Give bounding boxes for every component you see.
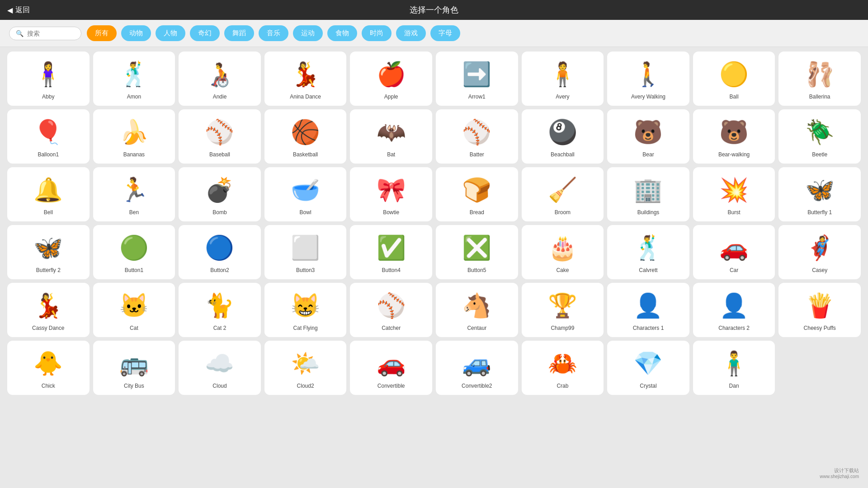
search-input[interactable] bbox=[27, 30, 75, 37]
sprite-label: Centaur bbox=[467, 325, 486, 331]
sprite-card[interactable]: 🐴Centaur bbox=[436, 283, 518, 337]
sprite-image: 🦋 bbox=[32, 232, 65, 264]
sprite-card[interactable]: 🦀Crab bbox=[522, 341, 604, 395]
sprite-card[interactable]: 🍞Bread bbox=[436, 167, 518, 221]
sprite-image: 💃 bbox=[32, 290, 65, 322]
sprite-label: Button2 bbox=[210, 267, 229, 273]
filter-btn-fantasy[interactable]: 奇幻 bbox=[190, 25, 220, 41]
sprite-card[interactable]: ❎Button5 bbox=[436, 225, 518, 279]
filter-btn-games[interactable]: 游戏 bbox=[396, 25, 426, 41]
filter-btn-dance[interactable]: 舞蹈 bbox=[224, 25, 254, 41]
sprite-card[interactable]: 🐈Cat 2 bbox=[179, 283, 261, 337]
sprite-card[interactable]: 🔵Button2 bbox=[179, 225, 261, 279]
sprite-card[interactable]: 🦋Butterfly 2 bbox=[7, 225, 90, 279]
sprite-card[interactable]: 🍌Bananas bbox=[93, 109, 175, 164]
sprite-card[interactable]: 🧑‍🦽Andie bbox=[179, 52, 261, 106]
sprite-card[interactable]: 👤Characters 1 bbox=[607, 283, 689, 337]
sprite-card[interactable]: 🟢Button1 bbox=[93, 225, 175, 279]
sprite-card[interactable]: 🦋Butterfly 1 bbox=[778, 167, 861, 221]
sprite-image: 🦸 bbox=[803, 232, 836, 264]
sprite-card[interactable]: 🚌City Bus bbox=[93, 341, 175, 395]
sprite-card[interactable]: 🎈Balloon1 bbox=[7, 109, 90, 164]
sprite-card[interactable]: 🪲Beetle bbox=[778, 109, 861, 164]
sprite-card[interactable]: ➡️Arrow1 bbox=[436, 52, 518, 106]
filter-btn-music[interactable]: 音乐 bbox=[259, 25, 288, 41]
sprite-card[interactable]: 💥Burst bbox=[693, 167, 775, 221]
sprite-image: 🎀 bbox=[375, 174, 407, 206]
sprite-image: 🧑‍🦽 bbox=[203, 58, 236, 91]
sprite-card[interactable]: 💃Cassy Dance bbox=[7, 283, 90, 337]
sprite-card[interactable]: 🍟Cheesy Puffs bbox=[778, 283, 861, 337]
sprite-card[interactable]: 🚗Car bbox=[693, 225, 775, 279]
back-button[interactable]: ◀ 返回 bbox=[7, 5, 30, 15]
filter-buttons: 所有动物人物奇幻舞蹈音乐运动食物时尚游戏字母 bbox=[87, 25, 460, 41]
sprite-card[interactable]: ⚾Batter bbox=[436, 109, 518, 164]
sprite-image: 🟢 bbox=[118, 232, 150, 264]
sprite-card[interactable]: 😸Cat Flying bbox=[264, 283, 347, 337]
sprite-label: Arrow1 bbox=[468, 94, 486, 100]
sprite-card[interactable]: 🔔Bell bbox=[7, 167, 90, 221]
sprite-label: Balloon1 bbox=[38, 151, 59, 158]
sprite-card[interactable]: 🐻Bear bbox=[607, 109, 689, 164]
filter-btn-all[interactable]: 所有 bbox=[87, 25, 117, 41]
sprite-card[interactable]: ⚾Catcher bbox=[350, 283, 432, 337]
sprite-label: Bell bbox=[44, 209, 53, 216]
sprite-card[interactable]: 🎀Bowtie bbox=[350, 167, 432, 221]
sprite-label: Beetle bbox=[812, 151, 827, 158]
sprite-card[interactable]: 💃Anina Dance bbox=[264, 52, 347, 106]
sprite-card[interactable]: 🐻Bear-walking bbox=[693, 109, 775, 164]
sprite-label: Bear bbox=[642, 151, 654, 158]
sprite-label: Bananas bbox=[123, 151, 145, 158]
sprite-card[interactable]: 🌤️Cloud2 bbox=[264, 341, 347, 395]
sprite-label: Ben bbox=[129, 209, 139, 216]
filter-btn-sports[interactable]: 运动 bbox=[293, 25, 323, 41]
sprite-card[interactable]: 🐱Cat bbox=[93, 283, 175, 337]
sprite-label: Cheesy Puffs bbox=[804, 325, 836, 331]
filter-btn-people[interactable]: 人物 bbox=[156, 25, 185, 41]
sprite-card[interactable]: 🐥Chick bbox=[7, 341, 90, 395]
sprite-card[interactable]: 🍎Apple bbox=[350, 52, 432, 106]
sprite-card[interactable]: 💣Bomb bbox=[179, 167, 261, 221]
sprite-image: 🎱 bbox=[546, 116, 579, 149]
sprite-card[interactable]: 🟡Ball bbox=[693, 52, 775, 106]
sprite-card[interactable]: 🚙Convertible2 bbox=[436, 341, 518, 395]
sprite-card[interactable]: 🎂Cake bbox=[522, 225, 604, 279]
sprite-card[interactable]: 🧹Broom bbox=[522, 167, 604, 221]
sprite-image: ✅ bbox=[375, 232, 407, 264]
grid-area[interactable]: 🧍‍♀️Abby🕺Amon🧑‍🦽Andie💃Anina Dance🍎Apple➡… bbox=[0, 47, 868, 488]
sprite-card[interactable]: 🕺Amon bbox=[93, 52, 175, 106]
sprite-image: 🏀 bbox=[289, 116, 322, 149]
sprite-card[interactable]: 🎱Beachball bbox=[522, 109, 604, 164]
sprite-image: 🥣 bbox=[289, 174, 322, 206]
sprite-label: Cassy Dance bbox=[32, 325, 64, 331]
sprite-card[interactable]: 🚶Avery Walking bbox=[607, 52, 689, 106]
sprite-card[interactable]: 🏃Ben bbox=[93, 167, 175, 221]
sprite-card[interactable]: ⚾Baseball bbox=[179, 109, 261, 164]
sprite-card[interactable]: 🦇Bat bbox=[350, 109, 432, 164]
sprite-label: Burst bbox=[728, 209, 741, 216]
sprite-card[interactable]: 🏆Champ99 bbox=[522, 283, 604, 337]
sprite-card[interactable]: 🥣Bowl bbox=[264, 167, 347, 221]
sprite-card[interactable]: 🏢Buildings bbox=[607, 167, 689, 221]
sprite-card[interactable]: 🏀Basketball bbox=[264, 109, 347, 164]
sprite-card[interactable]: 🧍‍♂️Dan bbox=[693, 341, 775, 395]
sprite-card[interactable]: 🧍Avery bbox=[522, 52, 604, 106]
sprite-card[interactable]: 👤Characters 2 bbox=[693, 283, 775, 337]
sprite-card[interactable]: 🚗Convertible bbox=[350, 341, 432, 395]
sprite-card[interactable]: 💎Crystal bbox=[607, 341, 689, 395]
sprite-card[interactable]: 🩰Ballerina bbox=[778, 52, 861, 106]
sprite-card[interactable]: ✅Button4 bbox=[350, 225, 432, 279]
sprite-label: Casey bbox=[812, 267, 827, 273]
sprite-card[interactable]: 🦸Casey bbox=[778, 225, 861, 279]
filter-btn-letters[interactable]: 字母 bbox=[430, 25, 460, 41]
sprite-image: 🟡 bbox=[718, 58, 750, 91]
sprite-card[interactable]: ☁️Cloud bbox=[179, 341, 261, 395]
sprite-card[interactable]: ⬜Button3 bbox=[264, 225, 347, 279]
sprite-label: Chick bbox=[42, 383, 55, 389]
filter-btn-fashion[interactable]: 时尚 bbox=[362, 25, 392, 41]
sprite-card[interactable]: 🕺Calvrett bbox=[607, 225, 689, 279]
filter-btn-food[interactable]: 食物 bbox=[327, 25, 357, 41]
sprite-card[interactable]: 🧍‍♀️Abby bbox=[7, 52, 90, 106]
search-box[interactable]: 🔍 bbox=[9, 27, 81, 40]
filter-btn-animals[interactable]: 动物 bbox=[121, 25, 151, 41]
